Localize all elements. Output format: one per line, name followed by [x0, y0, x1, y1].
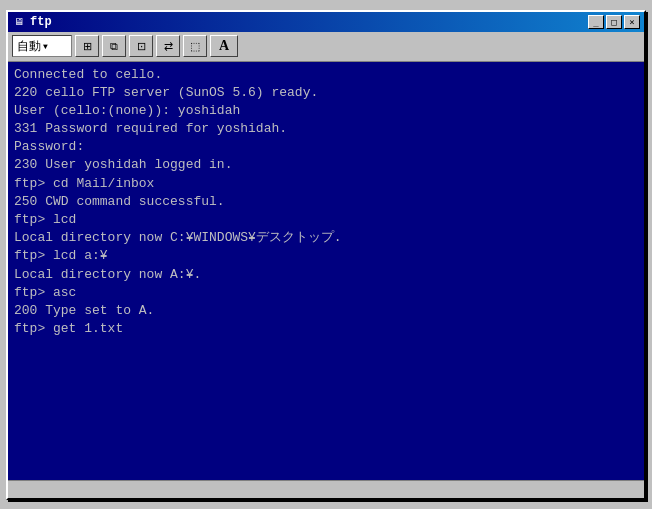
main-window: 🖥 ftp _ □ × 自動 ▼ ⊞ ⧉ ⊡ ⇄ ⬚ A Connected t…: [6, 10, 646, 500]
terminal-line-7: ftp> cd Mail/inbox: [14, 175, 638, 193]
toolbar-button-4[interactable]: ⇄: [156, 35, 180, 57]
terminal-line-9: ftp> lcd: [14, 211, 638, 229]
window-icon: 🖥: [12, 15, 26, 29]
terminal-area[interactable]: Connected to cello. 220 cello FTP server…: [8, 62, 644, 480]
dropdown-arrow-icon: ▼: [43, 42, 48, 51]
title-bar: 🖥 ftp _ □ ×: [8, 12, 644, 32]
toolbar-button-3[interactable]: ⊡: [129, 35, 153, 57]
toolbar-button-5[interactable]: ⬚: [183, 35, 207, 57]
encoding-dropdown[interactable]: 自動 ▼: [12, 35, 72, 57]
title-bar-left: 🖥 ftp: [12, 15, 52, 29]
terminal-line-12: Local directory now A:¥.: [14, 266, 638, 284]
terminal-line-2: 220 cello FTP server (SunOS 5.6) ready.: [14, 84, 638, 102]
window-title: ftp: [30, 15, 52, 29]
close-button[interactable]: ×: [624, 15, 640, 29]
title-bar-buttons: _ □ ×: [588, 15, 640, 29]
terminal-line-3: User (cello:(none)): yoshidah: [14, 102, 638, 120]
terminal-line-6: 230 User yoshidah logged in.: [14, 156, 638, 174]
terminal-line-14: 200 Type set to A.: [14, 302, 638, 320]
toolbar-button-2[interactable]: ⧉: [102, 35, 126, 57]
terminal-line-10: Local directory now C:¥WINDOWS¥デスクトップ.: [14, 229, 638, 247]
toolbar-button-1[interactable]: ⊞: [75, 35, 99, 57]
minimize-button[interactable]: _: [588, 15, 604, 29]
dropdown-label: 自動: [17, 38, 41, 55]
terminal-line-8: 250 CWD command successful.: [14, 193, 638, 211]
terminal-line-4: 331 Password required for yoshidah.: [14, 120, 638, 138]
terminal-line-15: ftp> get 1.txt: [14, 320, 638, 338]
terminal-line-13: ftp> asc: [14, 284, 638, 302]
status-bar: [8, 480, 644, 498]
terminal-line-5: Password:: [14, 138, 638, 156]
terminal-line-1: Connected to cello.: [14, 66, 638, 84]
toolbar: 自動 ▼ ⊞ ⧉ ⊡ ⇄ ⬚ A: [8, 32, 644, 62]
maximize-button[interactable]: □: [606, 15, 622, 29]
toolbar-button-a[interactable]: A: [210, 35, 238, 57]
terminal-line-11: ftp> lcd a:¥: [14, 247, 638, 265]
